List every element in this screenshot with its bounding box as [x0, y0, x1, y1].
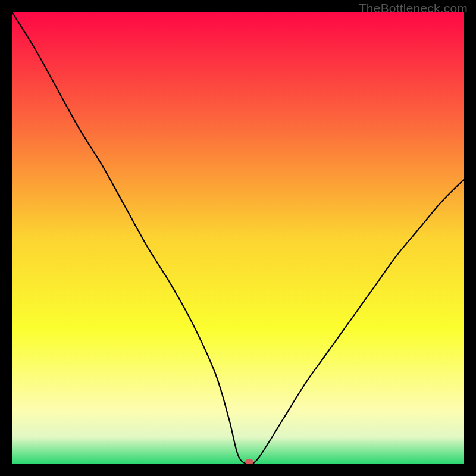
chart-svg — [12, 12, 464, 464]
plot-area — [12, 12, 464, 464]
gradient-rect — [12, 12, 464, 464]
chart-root: TheBottleneck.com — [0, 0, 476, 476]
watermark-label: TheBottleneck.com — [359, 1, 468, 15]
